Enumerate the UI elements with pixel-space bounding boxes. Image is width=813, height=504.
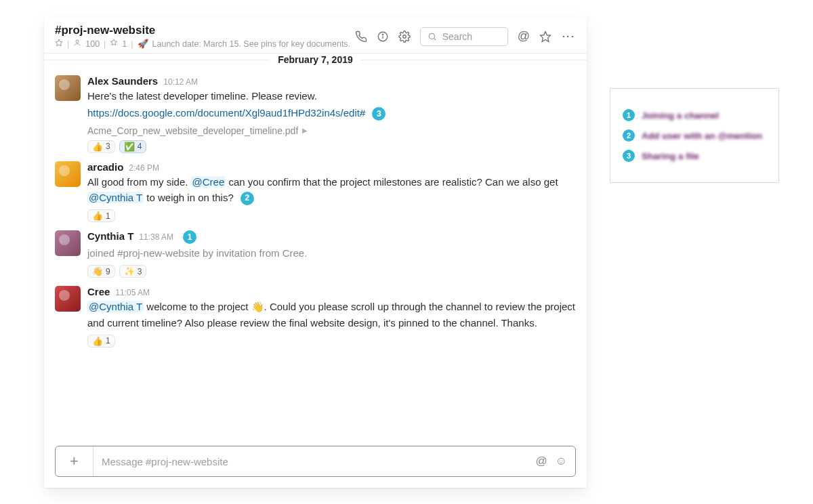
info-icon[interactable] xyxy=(377,30,389,43)
svg-point-4 xyxy=(382,34,383,35)
avatar[interactable] xyxy=(55,161,81,187)
reaction[interactable]: 👍1 xyxy=(87,209,115,222)
svg-marker-0 xyxy=(56,39,62,46)
mention[interactable]: @Cynthia T xyxy=(87,301,144,312)
avatar[interactable] xyxy=(55,75,81,101)
annotation-badge-2: 2 xyxy=(241,192,254,205)
message-author[interactable]: Cynthia T xyxy=(87,230,133,242)
search-placeholder: Search xyxy=(442,31,472,42)
annotation-badge-1: 1 xyxy=(183,230,196,244)
legend-label: Sharing a file xyxy=(642,151,699,161)
message: arcadio 2:46 PM All good from my side. @… xyxy=(55,156,576,226)
annotation-badge-3: 3 xyxy=(372,107,385,121)
message-author[interactable]: Cree xyxy=(87,286,110,297)
message-time: 11:05 AM xyxy=(115,288,150,297)
legend-panel: 1 Joining a channel 2 Add user with an @… xyxy=(610,88,779,183)
emoji-icon[interactable]: ☺ xyxy=(556,455,567,468)
wave-icon: 👋 xyxy=(251,301,264,312)
attachment-name: Acme_Corp_new_website_developer_timeline… xyxy=(87,125,298,136)
attach-button[interactable]: + xyxy=(56,446,93,476)
message-time: 10:12 AM xyxy=(163,77,198,87)
legend-badge: 3 xyxy=(623,150,635,162)
legend-item: 2 Add user with an @mention xyxy=(623,129,766,142)
legend-label: Add user with an @mention xyxy=(642,131,762,141)
reaction[interactable]: 👋9 xyxy=(87,265,115,278)
settings-icon[interactable] xyxy=(398,30,411,43)
mention[interactable]: @Cree xyxy=(191,176,226,188)
slack-channel-window: #proj-new-website | 100 | 1 | xyxy=(44,17,587,488)
message-author[interactable]: Alex Saunders xyxy=(87,75,158,87)
message: Cynthia T 11:38 AM 1 joined #proj-new-we… xyxy=(55,225,576,280)
svg-marker-8 xyxy=(541,31,551,41)
date-divider: February 7, 2019 xyxy=(44,54,587,66)
message-author[interactable]: arcadio xyxy=(87,161,123,173)
star-icon[interactable] xyxy=(539,30,551,43)
svg-point-1 xyxy=(76,40,79,43)
channel-meta: | 100 | 1 | 🚀 Launch date: March 15. See… xyxy=(55,39,355,49)
call-icon[interactable] xyxy=(355,30,367,43)
message-text: Here's the latest developer timeline. Pl… xyxy=(87,88,576,104)
legend-badge: 2 xyxy=(623,129,635,142)
thumbs-up-icon: 👍 xyxy=(92,336,103,346)
message-text: All good from my side. @Cree can you con… xyxy=(87,174,576,206)
message-time: 2:46 PM xyxy=(129,163,159,173)
thumbs-up-icon: 👍 xyxy=(92,211,103,221)
reaction[interactable]: ✅4 xyxy=(119,140,147,153)
more-icon[interactable]: ⋮ xyxy=(561,30,576,42)
svg-point-5 xyxy=(402,35,406,38)
reaction[interactable]: 👍1 xyxy=(87,335,115,348)
composer-placeholder[interactable]: Message #proj-new-website xyxy=(93,456,535,467)
pins-count[interactable]: 1 xyxy=(122,39,127,49)
star-channel-icon[interactable] xyxy=(55,39,63,49)
mentions-icon[interactable]: @ xyxy=(518,29,530,43)
message-text: @Cynthia T welcome to the project 👋. Cou… xyxy=(87,299,576,331)
reaction[interactable]: ✨3 xyxy=(119,265,147,278)
mention[interactable]: @Cynthia T xyxy=(87,192,144,203)
avatar[interactable] xyxy=(55,230,81,256)
message-time: 11:38 AM xyxy=(139,232,173,242)
rocket-icon: 🚀 xyxy=(138,39,148,49)
expand-icon[interactable]: ▶ xyxy=(302,127,308,134)
message-composer[interactable]: + Message #proj-new-website @ ☺ xyxy=(55,446,576,477)
message: Alex Saunders 10:12 AM Here's the latest… xyxy=(55,70,576,156)
message-link[interactable]: https://docs.google.com/document/Xgl9aud… xyxy=(87,107,365,119)
legend-badge: 1 xyxy=(623,109,635,121)
svg-line-7 xyxy=(434,38,436,40)
mention-icon[interactable]: @ xyxy=(535,455,547,468)
date-divider-label: February 7, 2019 xyxy=(270,54,361,65)
channel-name[interactable]: #proj-new-website xyxy=(55,24,355,37)
svg-point-6 xyxy=(429,33,434,39)
avatar[interactable] xyxy=(55,286,81,312)
message-list: Alex Saunders 10:12 AM Here's the latest… xyxy=(44,70,587,446)
wave-icon: 👋 xyxy=(92,266,103,276)
members-icon[interactable] xyxy=(73,39,81,49)
reaction[interactable]: 👍3 xyxy=(87,140,115,153)
channel-header: #proj-new-website | 100 | 1 | xyxy=(44,17,587,54)
message: Cree 11:05 AM @Cynthia T welcome to the … xyxy=(55,280,576,350)
pin-icon[interactable] xyxy=(110,39,118,49)
search-input[interactable]: Search xyxy=(420,27,508,46)
thumbs-up-icon: 👍 xyxy=(92,142,103,152)
check-icon: ✅ xyxy=(124,142,135,152)
sparkles-icon: ✨ xyxy=(124,266,135,276)
members-count[interactable]: 100 xyxy=(85,39,100,49)
join-event-text: joined #proj-new-website by invitation f… xyxy=(87,245,576,261)
legend-item: 3 Sharing a file xyxy=(623,150,766,162)
legend-label: Joining a channel xyxy=(642,110,719,121)
file-attachment[interactable]: Acme_Corp_new_website_developer_timeline… xyxy=(87,125,576,136)
legend-item: 1 Joining a channel xyxy=(623,109,766,121)
channel-topic[interactable]: Launch date: March 15. See pins for key … xyxy=(152,39,351,49)
